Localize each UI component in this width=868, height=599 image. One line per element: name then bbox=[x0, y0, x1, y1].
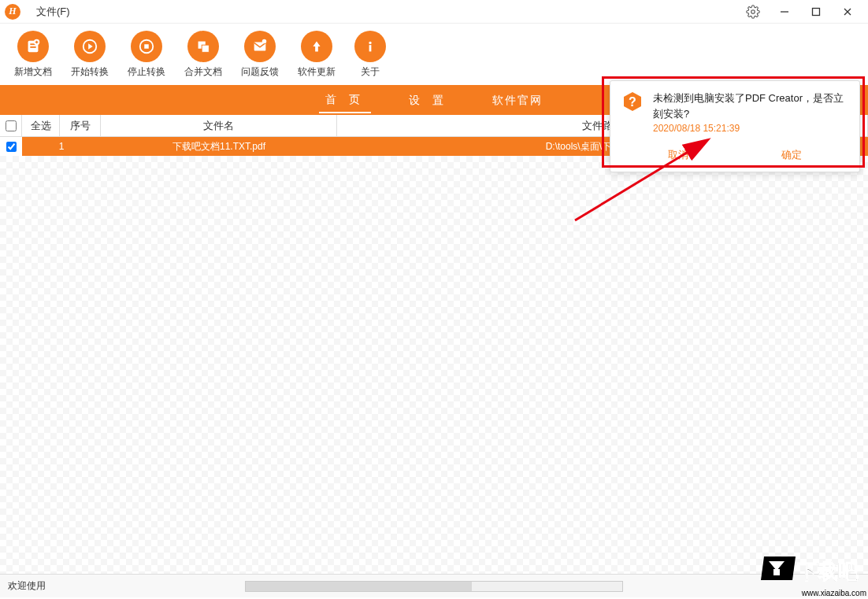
svg-point-18 bbox=[369, 41, 371, 43]
minimize-button[interactable] bbox=[769, 1, 800, 23]
file-list: 1 下载吧文档11.TXT.pdf D:\tools\桌面\下载吧文档11 bbox=[0, 137, 868, 574]
svg-marker-17 bbox=[313, 41, 320, 51]
about-button[interactable]: 关于 bbox=[354, 31, 386, 79]
svg-rect-2 bbox=[813, 8, 820, 15]
column-header-index: 序号 bbox=[60, 115, 101, 136]
toolbar-label: 问题反馈 bbox=[241, 65, 279, 79]
svg-text:?: ? bbox=[629, 95, 636, 109]
stop-convert-button[interactable]: 停止转换 bbox=[128, 31, 165, 79]
settings-icon[interactable] bbox=[737, 1, 769, 23]
software-update-button[interactable]: 软件更新 bbox=[298, 31, 336, 79]
new-document-icon bbox=[17, 31, 49, 62]
horizontal-scrollbar[interactable] bbox=[245, 581, 623, 592]
popup-cancel-button[interactable]: 取消 bbox=[652, 145, 704, 165]
toolbar: 新增文档 开始转换 停止转换 合并文档 问题反馈 软件更新 关于 bbox=[0, 24, 868, 85]
toolbar-label: 停止转换 bbox=[128, 65, 165, 79]
select-all-checkbox[interactable] bbox=[0, 115, 22, 136]
tab-website[interactable]: 软件官网 bbox=[486, 87, 549, 113]
file-menu[interactable]: 文件(F) bbox=[36, 5, 70, 19]
svg-rect-12 bbox=[144, 44, 149, 49]
popup-timestamp: 2020/08/18 15:21:39 bbox=[653, 123, 848, 134]
row-filename: 下载吧文档11.TXT.pdf bbox=[101, 137, 337, 156]
start-convert-button[interactable]: 开始转换 bbox=[71, 31, 109, 79]
toolbar-label: 合并文档 bbox=[184, 65, 222, 79]
tab-settings[interactable]: 设 置 bbox=[402, 87, 454, 113]
status-bar: 欢迎使用 bbox=[0, 574, 868, 597]
notification-popup: ? 未检测到电脑安装了PDF Creator，是否立刻安装? 2020/08/1… bbox=[610, 80, 860, 172]
titlebar: H 文件(F) bbox=[0, 0, 868, 24]
row-index: 1 bbox=[22, 137, 101, 156]
svg-marker-10 bbox=[88, 43, 93, 49]
toolbar-label: 新增文档 bbox=[14, 65, 52, 79]
popup-confirm-button[interactable]: 确定 bbox=[766, 145, 818, 165]
toolbar-label: 软件更新 bbox=[298, 65, 336, 79]
app-logo: H bbox=[5, 4, 20, 20]
row-checkbox[interactable] bbox=[0, 137, 22, 156]
feedback-button[interactable]: 问题反馈 bbox=[241, 31, 279, 79]
new-document-button[interactable]: 新增文档 bbox=[14, 31, 52, 79]
svg-point-16 bbox=[262, 39, 267, 43]
popup-message: 未检测到电脑安装了PDF Creator，是否立刻安装? bbox=[653, 91, 848, 121]
tab-home[interactable]: 首 页 bbox=[319, 87, 371, 113]
merge-icon bbox=[187, 31, 219, 62]
svg-rect-7 bbox=[30, 46, 35, 48]
update-icon bbox=[301, 31, 332, 62]
status-text: 欢迎使用 bbox=[8, 579, 46, 593]
maximize-button[interactable] bbox=[800, 1, 832, 23]
svg-rect-14 bbox=[202, 45, 209, 52]
toolbar-label: 开始转换 bbox=[71, 65, 109, 79]
svg-rect-19 bbox=[369, 45, 372, 51]
svg-point-0 bbox=[751, 9, 755, 13]
play-icon bbox=[74, 31, 106, 62]
select-all-label[interactable]: 全选 bbox=[22, 115, 60, 136]
close-button[interactable] bbox=[832, 1, 863, 23]
feedback-icon bbox=[244, 31, 276, 62]
merge-document-button[interactable]: 合并文档 bbox=[184, 31, 222, 79]
toolbar-label: 关于 bbox=[361, 65, 380, 79]
question-icon: ? bbox=[621, 91, 644, 113]
stop-icon bbox=[131, 31, 162, 62]
column-header-name: 文件名 bbox=[101, 115, 337, 136]
info-icon bbox=[354, 31, 386, 62]
